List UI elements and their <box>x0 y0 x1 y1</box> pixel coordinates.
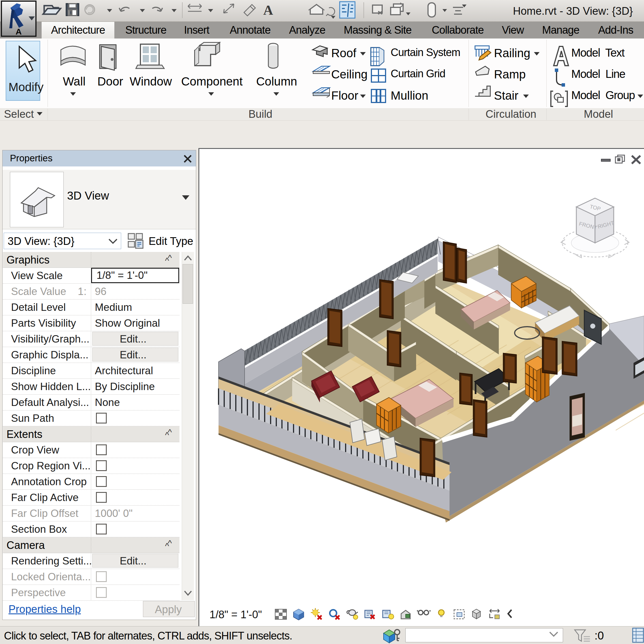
svg-text:A: A <box>263 3 273 18</box>
svg-text:A: A <box>16 27 22 36</box>
svg-text:1/8" = 1'-0": 1/8" = 1'-0" <box>209 609 262 621</box>
